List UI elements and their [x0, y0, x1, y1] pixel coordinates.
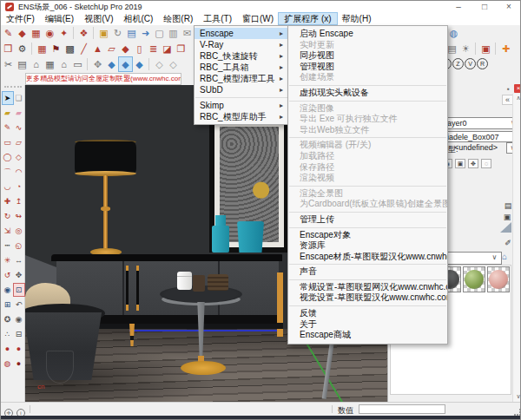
- resize-grip[interactable]: [514, 409, 521, 416]
- freehand-tool-icon[interactable]: ∿: [14, 121, 24, 134]
- pan-tool-icon[interactable]: ✥: [14, 269, 24, 281]
- window-frame-icon[interactable]: ▦: [36, 42, 49, 56]
- enscape-manage-uploads[interactable]: 管理上传: [288, 214, 447, 226]
- follow-me-tool-icon[interactable]: ↬: [14, 210, 24, 222]
- ext-enscape[interactable]: Enscape▸: [195, 28, 288, 39]
- menu-edit[interactable]: 编辑(E): [40, 13, 79, 24]
- offset-tool-icon[interactable]: ◎: [14, 225, 24, 237]
- white-poly-icon[interactable]: ◇: [167, 57, 180, 71]
- blue-sphere-icon[interactable]: ◆: [105, 57, 118, 71]
- sync-icon[interactable]: ↻: [111, 26, 124, 40]
- line-tool-icon[interactable]: ✎: [3, 121, 13, 134]
- menu-view[interactable]: 视图(V): [79, 13, 118, 24]
- tape-measure-tool-icon[interactable]: ┅: [3, 240, 13, 252]
- locked-lock-icon[interactable]: ▣: [455, 159, 465, 168]
- pie-tool-icon[interactable]: ◔: [14, 180, 24, 193]
- rotated-rectangle-tool-icon[interactable]: ▱: [14, 136, 24, 148]
- menu-tools[interactable]: 工具(T): [198, 13, 237, 24]
- ext-rbc-toolbox[interactable]: RBC_工具箱▸: [195, 62, 288, 73]
- rbc-round-icon-2[interactable]: ●: [14, 343, 24, 355]
- tray-close-button[interactable]: ×: [514, 84, 521, 93]
- line-icon[interactable]: ╱: [77, 42, 90, 56]
- ext-subd[interactable]: SUbD▸: [195, 84, 288, 95]
- rotate-v-icon[interactable]: V: [465, 58, 476, 69]
- menu-file[interactable]: 文件(F): [1, 13, 40, 24]
- walk-tool-icon[interactable]: ∴: [3, 328, 13, 340]
- ext-skimp[interactable]: Skimp▸: [195, 100, 288, 111]
- scroll-up-icon[interactable]: ∧: [514, 94, 521, 102]
- soft-eraser-tool-icon[interactable]: ▰: [14, 107, 24, 119]
- previous-view-tool-icon[interactable]: ↶: [14, 299, 24, 311]
- enscape-create-scene[interactable]: 创建场景: [288, 72, 447, 83]
- enscape-asset-library[interactable]: 资源库: [288, 240, 447, 252]
- enscape-export-exe[interactable]: 导出 Exe 可执行独立文件: [288, 114, 447, 125]
- close-button[interactable]: ×: [498, 1, 520, 13]
- enscape-video-editor[interactable]: 视频编辑器 (开/关): [288, 140, 447, 151]
- enscape-render-panorama[interactable]: 渲染全景图: [288, 188, 447, 200]
- shield-icon[interactable]: ❖: [77, 26, 90, 40]
- measurements-input[interactable]: [359, 404, 445, 414]
- vray-icon[interactable]: ▣: [479, 42, 492, 56]
- arrows-cross-icon[interactable]: ✥: [91, 57, 104, 71]
- axes-tool-icon[interactable]: ✳: [3, 254, 13, 266]
- model-box-icon[interactable]: ▣: [502, 213, 512, 222]
- lasso-tool-icon[interactable]: ❏: [14, 92, 24, 104]
- dark-box-icon[interactable]: ▩: [63, 42, 76, 56]
- menu-window[interactable]: 窗口(W): [237, 13, 279, 24]
- position-camera-tool-icon[interactable]: ✪: [3, 313, 13, 325]
- settings-gear-icon[interactable]: ⚙: [16, 42, 29, 56]
- enscape-cardboard-panorama[interactable]: 为Cardboard(纸板立体眼镜)创建全景图。: [288, 199, 447, 210]
- promo-banner[interactable]: 更多精品模型请访问全屋定制联盟(www.cnwhc.com): [25, 73, 181, 85]
- ext-rbc-model-library[interactable]: RBC_模型库助手▸: [195, 111, 288, 122]
- menu-help[interactable]: 帮助(H): [337, 13, 377, 24]
- enscape-live-update[interactable]: 实时更新: [288, 40, 447, 51]
- orbit-tool-icon[interactable]: ↺: [3, 269, 13, 281]
- enscape-export-web[interactable]: 导出Web独立文件: [288, 125, 447, 136]
- rotate-z-icon[interactable]: Z: [452, 58, 464, 69]
- house2-icon[interactable]: ⌂: [57, 57, 70, 71]
- paint-bucket-icon[interactable]: ❒: [2, 42, 15, 56]
- pencil-icon[interactable]: ✎: [2, 26, 15, 40]
- enscape-visual-settings[interactable]: 视觉设置-草图联盟汉化www.cnwhc.com: [288, 292, 447, 304]
- rbc-round-icon-4[interactable]: ●: [14, 358, 24, 370]
- minimize-button[interactable]: –: [447, 1, 470, 13]
- scissors-icon[interactable]: ✂: [2, 57, 15, 71]
- enscape-feedback[interactable]: 反馈: [288, 308, 447, 319]
- select-tool-icon[interactable]: ➤: [3, 92, 13, 104]
- enscape-materials[interactable]: Enscape材质-草图联盟汉化www.cnwhc.com: [288, 252, 447, 263]
- home-icon[interactable]: ⌂: [502, 252, 507, 261]
- white-sphere-icon[interactable]: ◇: [153, 57, 166, 71]
- look-around-tool-icon[interactable]: ◉: [14, 313, 24, 325]
- polygon-tool-icon[interactable]: ◇: [14, 151, 24, 163]
- move-tool-icon[interactable]: ✚: [3, 195, 13, 207]
- eraser-tool-icon[interactable]: ▰: [3, 107, 13, 119]
- house-icon[interactable]: ⌂: [30, 57, 43, 71]
- blue-sphere2-icon[interactable]: ◆: [133, 57, 146, 71]
- sun-icon[interactable]: ☀: [459, 42, 472, 56]
- enscape-sound[interactable]: 声音: [288, 266, 447, 278]
- circle-icon[interactable]: ◉: [43, 26, 56, 40]
- enscape-save-path[interactable]: 保存路径: [288, 162, 447, 174]
- maximize-button[interactable]: □: [473, 1, 496, 13]
- grid-icon[interactable]: ▦: [30, 26, 43, 40]
- ext-rbc-quick-rotate[interactable]: RBC_快速旋转▸: [195, 50, 288, 62]
- rbc-round-icon-3[interactable]: ◍: [3, 358, 13, 370]
- enscape-objects[interactable]: Enscape对象: [288, 230, 447, 241]
- ext-vray[interactable]: V-Ray▸: [195, 39, 288, 50]
- library-box-icon[interactable]: ▣: [97, 26, 110, 40]
- scale-tool-icon[interactable]: ⇲: [3, 225, 13, 237]
- cabinet-icon[interactable]: ▦: [43, 57, 56, 71]
- enscape-vr-headset[interactable]: 虚拟现实头戴设备: [288, 88, 447, 99]
- light-icon[interactable]: ✦: [57, 26, 70, 40]
- column-icon[interactable]: ▯: [133, 42, 146, 56]
- rotate-tool-icon[interactable]: ↻: [3, 210, 13, 222]
- zoom-extents-tool-icon[interactable]: ⊞: [3, 299, 13, 311]
- solid-icon[interactable]: ◆: [119, 42, 132, 56]
- mail-icon[interactable]: ✉: [181, 26, 194, 40]
- material-dropdown-arrow-icon[interactable]: ∨: [490, 253, 499, 262]
- three-point-arc-tool-icon[interactable]: ◡: [3, 180, 13, 193]
- enscape-render-video[interactable]: 渲染视频: [288, 173, 447, 184]
- scroll-down-icon[interactable]: ∨: [514, 392, 521, 401]
- ext-rbc-model-cleanup[interactable]: RBC_模型清理工具▸: [195, 73, 288, 84]
- drawer-icon[interactable]: ▭: [71, 57, 84, 71]
